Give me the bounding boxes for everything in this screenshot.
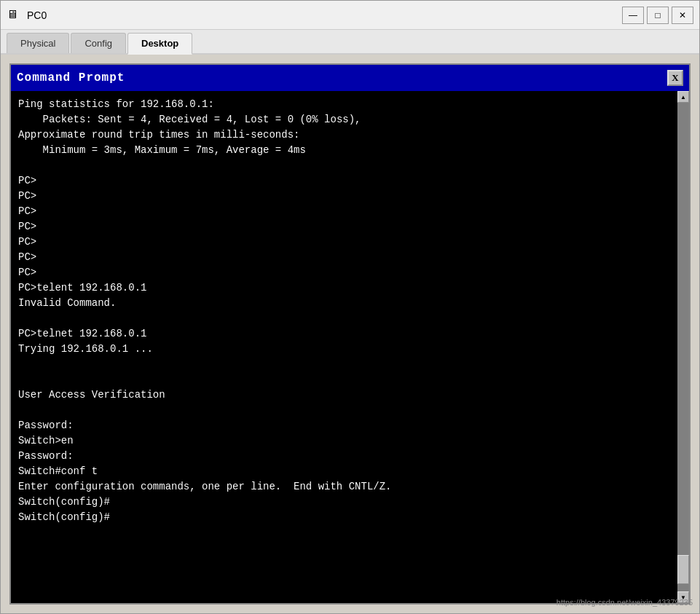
close-button[interactable]: ✕	[672, 7, 693, 24]
scroll-up-button[interactable]: ▲	[677, 91, 689, 103]
tab-config[interactable]: Config	[71, 33, 126, 53]
scrollbar-thumb[interactable]	[677, 555, 689, 584]
minimize-button[interactable]: —	[622, 7, 644, 24]
scrollbar-track[interactable]	[677, 103, 689, 591]
title-bar-controls: — □ ✕	[622, 7, 693, 24]
cmd-title-text: Command Prompt	[17, 71, 125, 84]
main-content: Command Prompt X Ping statistics for 192…	[1, 55, 699, 613]
app-icon: 🖥	[7, 8, 21, 23]
title-bar-left: 🖥 PC0	[7, 8, 47, 23]
tab-desktop[interactable]: Desktop	[127, 33, 192, 55]
cmd-content[interactable]: Ping statistics for 192.168.0.1: Packets…	[11, 91, 677, 603]
cmd-scrollbar: ▲ ▼	[677, 91, 689, 603]
title-bar: 🖥 PC0 — □ ✕	[1, 1, 699, 30]
watermark: https://blog.csdn.net/weixin_43379235	[557, 598, 693, 607]
cmd-title-bar: Command Prompt X	[11, 65, 689, 91]
tab-physical[interactable]: Physical	[7, 33, 69, 53]
tab-bar: Physical Config Desktop	[1, 30, 699, 55]
main-window: 🖥 PC0 — □ ✕ Physical Config Desktop Comm…	[0, 0, 700, 614]
maximize-button[interactable]: □	[647, 7, 669, 24]
cmd-body: Ping statistics for 192.168.0.1: Packets…	[11, 91, 689, 603]
window-title: PC0	[27, 9, 47, 21]
cmd-close-button[interactable]: X	[667, 70, 683, 86]
command-prompt-window: Command Prompt X Ping statistics for 192…	[9, 63, 691, 605]
